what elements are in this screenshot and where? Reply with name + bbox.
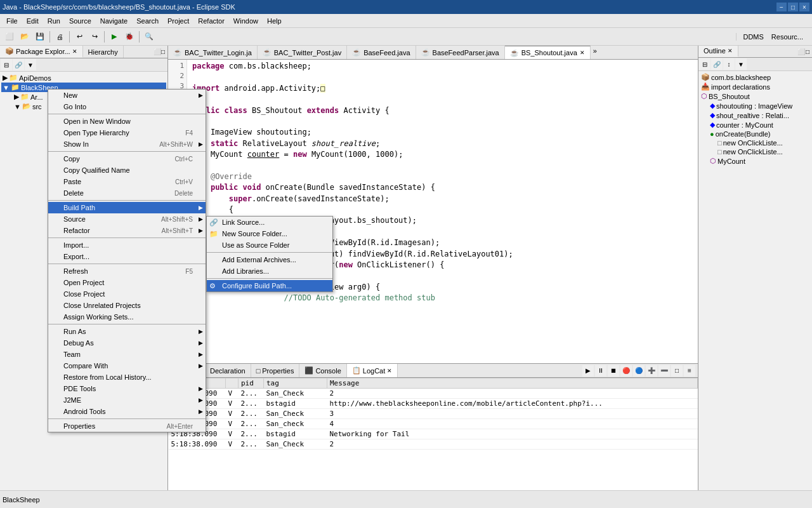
tab-close-5[interactable]: ✕ (580, 50, 585, 56)
outline-sort[interactable]: ↕ (723, 58, 735, 70)
logcat-toolbar-btn6[interactable]: ➕ (646, 365, 657, 377)
cm-paste[interactable]: PasteCtrl+V (48, 176, 206, 187)
tab-bac-twitter-post[interactable]: ☕ BAC_Twitter_Post.jav (258, 46, 347, 59)
menu-refactor[interactable]: Refactor (194, 16, 228, 26)
ddms-label[interactable]: DDMS (739, 33, 767, 41)
cm-open-type-hierarchy[interactable]: Open Type HierarchyF4 (48, 127, 206, 138)
toolbar-search[interactable]: 🔍 (142, 30, 156, 44)
cm-restore-local[interactable]: Restore from Local History... (48, 371, 206, 383)
logcat-toolbar-btn7[interactable]: ➖ (658, 365, 670, 377)
logcat-toolbar-btn1[interactable]: ▶ (582, 365, 594, 377)
toolbar-undo[interactable]: ↩ (72, 30, 86, 44)
outline-maximize[interactable]: □ (806, 48, 809, 55)
cm-assign-working-sets[interactable]: Assign Working Sets... (48, 311, 206, 323)
outline-minimize[interactable]: ⬜ (797, 48, 805, 55)
outline-counter[interactable]: ◆ counter : MyCount (700, 120, 811, 130)
resource-label[interactable]: Resourc... (768, 33, 807, 41)
tab-hierarchy[interactable]: Hierarchy (83, 46, 124, 58)
cm-import[interactable]: Import... (48, 239, 206, 251)
logcat-row-3[interactable]: 5:18:38.090 V 2... San_Check 3 (169, 409, 698, 419)
tab-package-explorer[interactable]: 📦 Package Explor... ✕ (0, 46, 83, 58)
pkg-view-menu[interactable]: ▼ (25, 59, 36, 70)
cm-refactor[interactable]: RefactorAlt+Shift+T (48, 225, 206, 236)
logcat-toolbar-btn2[interactable]: ⏸ (595, 365, 606, 377)
menu-edit[interactable]: Edit (23, 16, 43, 26)
toolbar-new[interactable]: ⬜ (3, 30, 16, 44)
outline-mycount[interactable]: ⬡ MyCount (700, 156, 811, 166)
logcat-toolbar-btn3[interactable]: ⏹ (608, 365, 619, 377)
bps-configure-build-path[interactable]: ⚙ Configure Build Path... (207, 280, 332, 291)
toolbar-run[interactable]: ▶ (107, 30, 121, 44)
bps-use-as-source[interactable]: Use as Source Folder (207, 239, 332, 251)
cm-j2me[interactable]: J2ME (48, 394, 206, 406)
logcat-row-6[interactable]: 5:18:38.090 V 2... San_Check 2 (169, 439, 698, 450)
minimize-button[interactable]: − (776, 3, 787, 11)
tab-outline[interactable]: Outline ✕ (698, 46, 738, 57)
outline-onclick2[interactable]: □ new OnClickListe... (700, 147, 811, 156)
cm-android-tools[interactable]: Android Tools (48, 406, 206, 417)
cm-gointo[interactable]: Go Into (48, 101, 206, 112)
tab-basefeedparser[interactable]: ☕ BaseFeedParser.java (416, 46, 505, 59)
cm-refresh[interactable]: RefreshF5 (48, 265, 206, 277)
logcat-row-1[interactable]: 5:18:38.090 V 2... San_Check 2 (169, 389, 698, 399)
bps-add-external-archives[interactable]: Add External Archives... (207, 254, 332, 265)
toolbar-debug[interactable]: 🐞 (122, 30, 136, 44)
tab-bs-shoutout[interactable]: ☕ BS_Shoutout.java ✕ (505, 46, 591, 59)
menu-search[interactable]: Search (133, 16, 162, 26)
outline-shout-realtive[interactable]: ◆ shout_realtive : Relati... (700, 110, 811, 120)
cm-run-as[interactable]: Run As (48, 326, 206, 337)
tab-bac-twitter-login[interactable]: ☕ BAC_Twitter_Login.ja (168, 46, 258, 59)
close-button[interactable]: × (799, 3, 809, 11)
toolbar-open[interactable]: 📂 (18, 30, 32, 44)
logcat-row-2[interactable]: 5:18:38.090 V 2... bstagid http://www.th… (169, 399, 698, 409)
toolbar-save[interactable]: 💾 (33, 30, 47, 44)
menu-window[interactable]: Window (230, 16, 262, 26)
logcat-row-4[interactable]: 5:18:38.090 V 2... San_check 4 (169, 419, 698, 429)
tab-properties[interactable]: □ Properties (251, 364, 300, 377)
menu-run[interactable]: Run (44, 16, 64, 26)
editor-tab-overflow[interactable]: » (591, 46, 599, 59)
minimize-left-panel[interactable]: ⬜ (154, 48, 161, 55)
outline-toolbar-btn1[interactable]: ⊟ (699, 58, 710, 70)
tab-logcat[interactable]: 📋 LogCat ✕ (347, 364, 398, 377)
tab-console[interactable]: ⬛ Console (299, 364, 346, 377)
outline-close[interactable]: ✕ (728, 48, 733, 54)
pkg-collapse-all[interactable]: ⊟ (1, 59, 12, 70)
outline-bs-shoutout[interactable]: ⬡ BS_Shoutout (700, 91, 811, 101)
outline-toolbar-btn2[interactable]: 🔗 (711, 58, 723, 70)
cm-new[interactable]: New (48, 90, 206, 101)
bps-link-source[interactable]: 🔗 Link Source... (207, 217, 332, 228)
outline-onclick1[interactable]: □ new OnClickListe... (700, 138, 811, 147)
toolbar-redo[interactable]: ↪ (88, 30, 102, 44)
logcat-row-5[interactable]: 5:18:38.090 V 2... bstagid Networking fo… (169, 429, 698, 439)
package-explorer-close[interactable]: ✕ (72, 48, 77, 55)
menu-navigate[interactable]: Navigate (96, 16, 131, 26)
cm-close-project[interactable]: Close Project (48, 288, 206, 300)
cm-open-new-window[interactable]: Open in New Window (48, 116, 206, 127)
cm-compare-with[interactable]: Compare With (48, 360, 206, 371)
cm-delete[interactable]: DeleteDelete (48, 187, 206, 199)
cm-close-unrelated[interactable]: Close Unrelated Projects (48, 300, 206, 311)
maximize-left-panel[interactable]: □ (161, 48, 165, 55)
tab-basefeed[interactable]: ☕ BaseFeed.java (347, 46, 416, 59)
tree-item-apidemos[interactable]: ▶ 📁 ApiDemos (1, 73, 166, 83)
cm-build-path[interactable]: Build Path (48, 202, 206, 213)
cm-team[interactable]: Team (48, 349, 206, 360)
outline-oncreate[interactable]: ● onCreate(Bundle) (700, 130, 811, 138)
cm-pde-tools[interactable]: PDE Tools (48, 383, 206, 394)
outline-com-bs[interactable]: 📦 com.bs.blacksheep (700, 72, 811, 82)
tab-declaration[interactable]: Declaration (205, 364, 251, 377)
pkg-link-editor[interactable]: 🔗 (13, 59, 24, 70)
outline-shoutouting[interactable]: ◆ shoutouting : ImageView (700, 101, 811, 110)
cm-debug-as[interactable]: Debug As (48, 337, 206, 349)
logcat-toolbar-btn5[interactable]: 🔵 (633, 365, 645, 377)
bps-new-source-folder[interactable]: 📁 New Source Folder... (207, 228, 332, 239)
menu-project[interactable]: Project (164, 16, 193, 26)
menu-help[interactable]: Help (263, 16, 285, 26)
cm-copy-qualified-name[interactable]: Copy Qualified Name (48, 164, 206, 176)
menu-source[interactable]: Source (65, 16, 95, 26)
menu-file[interactable]: File (3, 16, 22, 26)
cm-copy[interactable]: CopyCtrl+C (48, 153, 206, 164)
cm-source[interactable]: SourceAlt+Shift+S (48, 213, 206, 225)
cm-show-in[interactable]: Show InAlt+Shift+W (48, 138, 206, 150)
